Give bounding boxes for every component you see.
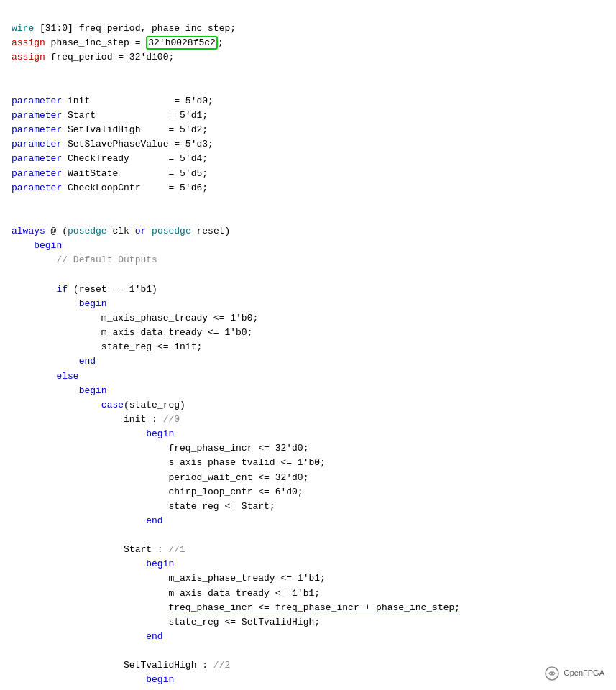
keyword-parameter-1: parameter bbox=[12, 96, 62, 106]
svg-point-1 bbox=[551, 672, 553, 675]
keyword-wire: wire bbox=[12, 23, 34, 34]
highlighted-value: 32'h0028f5c2 bbox=[146, 36, 218, 50]
keyword-case: case bbox=[101, 400, 124, 410]
keyword-end-3: end bbox=[146, 631, 162, 642]
keyword-always: always bbox=[12, 226, 45, 236]
keyword-begin-3: begin bbox=[79, 385, 107, 396]
logo-text: OpenFPGA bbox=[564, 667, 604, 679]
openfpga-logo-icon bbox=[544, 666, 560, 681]
underlined-line: freq_phase_incr <= freq_phase_incr + pha… bbox=[168, 602, 460, 613]
keyword-begin-4: begin bbox=[146, 428, 174, 439]
comment-0: //0 bbox=[163, 414, 180, 425]
keyword-end-2: end bbox=[146, 515, 162, 526]
comment-default: // Default Outputs bbox=[56, 254, 157, 265]
keyword-begin-2: begin bbox=[79, 298, 107, 309]
keyword-or: or bbox=[135, 226, 147, 236]
keyword-if: if bbox=[56, 284, 68, 295]
keyword-parameter-7: parameter bbox=[12, 183, 62, 193]
keyword-begin-1: begin bbox=[34, 240, 62, 251]
keyword-posedge-2: posedge bbox=[152, 226, 191, 236]
keyword-parameter-3: parameter bbox=[12, 124, 62, 135]
keyword-assign-2: assign bbox=[12, 52, 45, 63]
keyword-parameter-6: parameter bbox=[12, 168, 62, 179]
keyword-else: else bbox=[56, 371, 78, 382]
keyword-parameter-5: parameter bbox=[12, 153, 62, 164]
keyword-end-1: end bbox=[79, 356, 96, 367]
keyword-parameter-2: parameter bbox=[12, 110, 62, 121]
keyword-begin-5: begin bbox=[146, 558, 174, 569]
logo-area: OpenFPGA bbox=[544, 666, 604, 681]
code-editor: wire [31:0] freq_period, phase_inc_step;… bbox=[12, 7, 604, 690]
keyword-assign-1: assign bbox=[12, 37, 45, 48]
keyword-begin-6: begin bbox=[146, 674, 174, 685]
comment-2: //2 bbox=[213, 660, 230, 671]
comment-1: //1 bbox=[168, 544, 185, 555]
keyword-parameter-4: parameter bbox=[12, 139, 62, 150]
keyword-posedge-1: posedge bbox=[68, 226, 107, 236]
